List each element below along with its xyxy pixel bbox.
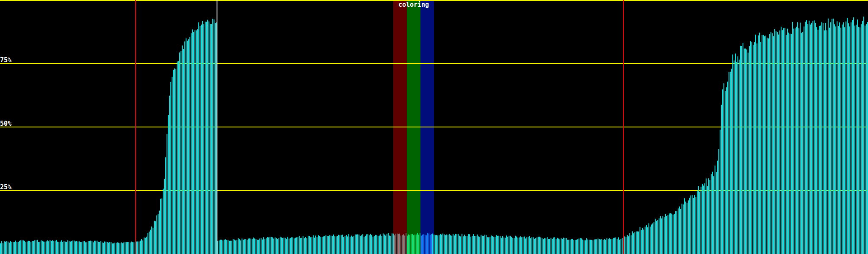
bar [285, 238, 286, 254]
bar [629, 233, 630, 254]
bar [793, 29, 794, 254]
bar [262, 240, 263, 254]
bar [683, 204, 684, 254]
bar [612, 239, 612, 254]
bar [467, 236, 467, 254]
bar [862, 21, 863, 254]
bar [538, 237, 539, 254]
bar [660, 216, 661, 254]
bar [301, 238, 302, 254]
bar [490, 237, 490, 254]
bar [456, 234, 457, 254]
bar [10, 241, 11, 254]
bar [810, 25, 811, 254]
bar [195, 30, 195, 254]
bar [605, 240, 606, 254]
bar [707, 186, 708, 254]
bar [517, 237, 518, 254]
bar [633, 233, 634, 254]
bar [371, 235, 372, 254]
bar [587, 240, 588, 254]
bar [380, 235, 381, 254]
bar [71, 241, 72, 254]
bar [75, 241, 76, 254]
bar [709, 180, 710, 254]
bar [179, 52, 180, 254]
bar [668, 215, 668, 254]
bar [529, 236, 530, 254]
bar [141, 239, 142, 254]
bar [15, 240, 16, 254]
bar [92, 241, 92, 254]
bar [277, 239, 278, 254]
bar [187, 41, 188, 254]
bar [306, 238, 307, 254]
bar [67, 240, 68, 254]
bar [860, 28, 860, 254]
bar [847, 18, 848, 254]
bar [473, 234, 474, 254]
bar [14, 242, 15, 254]
bar [109, 242, 110, 254]
bar [837, 21, 837, 254]
bar [528, 237, 529, 254]
bar [561, 238, 562, 254]
bar [31, 242, 31, 254]
bar [459, 236, 460, 254]
bar [252, 239, 253, 254]
bar [846, 22, 846, 254]
bar [826, 30, 827, 254]
bar [329, 235, 330, 254]
bar [249, 238, 250, 254]
bar [767, 38, 768, 254]
bar [496, 235, 497, 254]
bar [303, 236, 303, 254]
bar [562, 239, 563, 254]
bar [345, 236, 345, 254]
bar [94, 241, 95, 254]
bar [500, 236, 501, 254]
bar [764, 36, 765, 254]
bar [48, 241, 49, 254]
bar [411, 234, 412, 254]
bar [132, 242, 133, 254]
bar [233, 239, 234, 254]
bar [151, 226, 152, 254]
bar [74, 240, 75, 254]
bar [416, 235, 417, 254]
bar [690, 196, 691, 254]
bar [774, 29, 775, 254]
bar [165, 157, 166, 254]
bar [757, 43, 757, 254]
bar [648, 223, 649, 254]
gridline-label-50: 50% [0, 121, 11, 127]
bar [579, 238, 579, 254]
bar [161, 199, 162, 254]
bar [60, 242, 61, 254]
bar [203, 24, 204, 254]
bar [169, 96, 170, 254]
bar [298, 237, 298, 254]
bar [436, 235, 437, 254]
bar [795, 28, 796, 254]
bar [678, 208, 679, 254]
bar [193, 32, 194, 254]
bar [825, 23, 826, 254]
bar [445, 235, 446, 254]
bar [631, 235, 632, 254]
bar [732, 55, 733, 254]
bar [437, 235, 438, 254]
bar [127, 242, 128, 254]
bar [43, 242, 44, 254]
bar [573, 240, 574, 254]
bar [729, 72, 729, 254]
bar [17, 242, 17, 254]
bar [236, 240, 237, 254]
bar [107, 242, 108, 254]
bar [338, 235, 339, 254]
bar [181, 51, 181, 254]
bar [545, 238, 546, 254]
bar [243, 240, 244, 254]
bar [806, 20, 807, 254]
bar [56, 240, 57, 254]
